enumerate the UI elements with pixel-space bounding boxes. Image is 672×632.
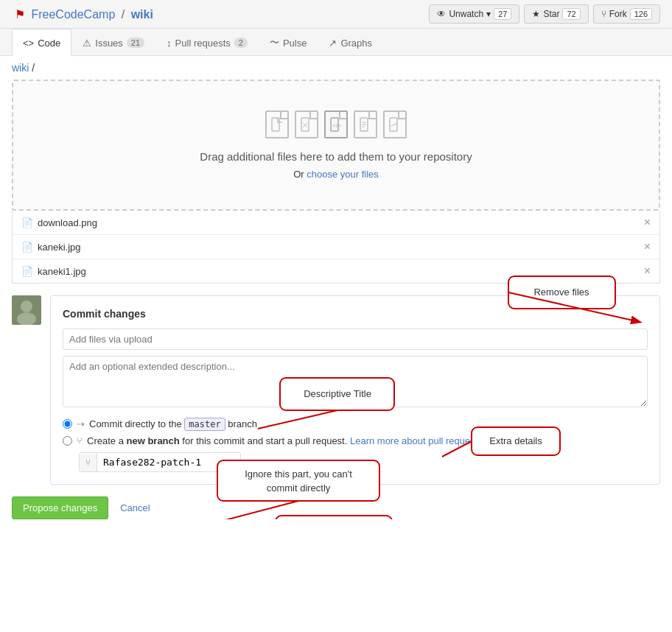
upload-choose-wrapper: Or choose your files [28, 169, 644, 180]
commit-form-title: Commit changes [63, 308, 648, 320]
repo-title: ⚑ FreeCodeCamp / wiki [12, 7, 153, 21]
remove-file-2[interactable]: × [644, 241, 651, 253]
action-buttons: Propose changes Cancel [12, 496, 660, 519]
svg-text:</>: </> [332, 122, 341, 129]
file-list: 📄 download.png × 📄 kaneki.jpg × 📄 kaneki… [12, 211, 660, 284]
page-wrapper: ⚑ FreeCodeCamp / wiki 👁 Unwatch ▾ 27 ★ S… [0, 0, 672, 519]
radio-direct-option: ⇢ Commit directly to the master branch [63, 418, 648, 429]
learn-more-link[interactable]: Learn more about pull requests. [350, 435, 486, 446]
new-branch-bold: new branch [126, 435, 179, 446]
issues-count: 21 [127, 38, 144, 48]
pr-icon: ↕ [167, 38, 172, 49]
file-name-2: 📄 kaneki.jpg [21, 242, 81, 253]
unwatch-count: 27 [494, 8, 511, 20]
file-icon-4 [354, 110, 377, 138]
file-item-1: 📄 download.png × [13, 211, 659, 235]
tab-pulse[interactable]: 〜 Pulse [259, 29, 318, 56]
cancel-button[interactable]: Cancel [114, 497, 155, 519]
fork-button[interactable]: ⑂ Fork 126 [593, 4, 660, 24]
nav-tabs: <> Code ⚠ Issues 21 ↕ Pull requests 2 〜 … [0, 29, 672, 56]
file-name-1: 📄 download.png [21, 217, 97, 228]
org-link[interactable]: FreeCodeCamp [31, 8, 115, 21]
tab-code[interactable]: <> Code [12, 29, 71, 56]
radio-new-branch-option: ⑂ Create a new branch for this commit an… [63, 435, 648, 446]
tab-issues[interactable]: ⚠ Issues 21 [71, 29, 155, 56]
tab-pull-requests[interactable]: ↕ Pull requests 2 [155, 29, 259, 56]
file-icon-2 [295, 110, 318, 138]
eye-icon: 👁 [437, 9, 446, 19]
commit-description-textarea[interactable] [63, 356, 648, 407]
pr-branch-icon: ⑂ [77, 435, 83, 446]
svg-point-12 [21, 301, 32, 312]
radio-new-label: Create a new branch for this commit and … [87, 435, 486, 446]
org-icon: ⚑ [15, 8, 25, 21]
branch-name-wrapper: ⑂ [79, 452, 241, 472]
radio-new-branch[interactable] [63, 436, 72, 446]
propose-changes-button[interactable]: Propose changes [12, 496, 108, 519]
fork-icon: ⑂ [601, 9, 606, 19]
file-icon-3: </> [324, 110, 348, 138]
unwatch-button[interactable]: 👁 Unwatch ▾ 27 [429, 4, 519, 24]
separator: / [122, 8, 128, 21]
issues-icon: ⚠ [83, 38, 91, 49]
tab-graphs[interactable]: ↗ Graphs [318, 29, 383, 56]
branch-input-icon: ⑂ [80, 454, 97, 471]
file-icon-kaneki1: 📄 [21, 266, 33, 277]
remove-file-1[interactable]: × [644, 217, 651, 228]
code-icon: <> [23, 38, 34, 49]
file-icon-5 [383, 110, 407, 138]
user-avatar [12, 295, 41, 325]
remove-file-3[interactable]: × [644, 265, 651, 277]
upload-area[interactable]: </> Drag additional files here to add th… [12, 80, 660, 211]
file-icon-download: 📄 [21, 217, 33, 228]
commit-direct-icon: ⇢ [77, 418, 85, 429]
radio-direct[interactable] [63, 419, 72, 429]
upload-icons: </> [28, 110, 644, 138]
commit-form: Commit changes ⇢ Commit directly to the … [50, 295, 660, 485]
top-actions: 👁 Unwatch ▾ 27 ★ Star 72 ⑂ Fork 126 [429, 4, 660, 24]
branch-name-input[interactable] [97, 453, 234, 471]
choose-files-link[interactable]: choose your files [307, 169, 379, 180]
file-name-3: 📄 kaneki1.jpg [21, 266, 86, 277]
svg-rect-1 [301, 118, 309, 131]
file-item-2: 📄 kaneki.jpg × [13, 235, 659, 259]
breadcrumb-repo[interactable]: wiki [12, 62, 29, 74]
commit-title-input[interactable] [63, 329, 648, 350]
top-bar: ⚑ FreeCodeCamp / wiki 👁 Unwatch ▾ 27 ★ S… [0, 0, 672, 29]
file-icon-1 [265, 110, 289, 138]
radio-direct-label: Commit directly to the master branch [89, 418, 257, 429]
breadcrumb-sep: / [32, 62, 35, 74]
star-button[interactable]: ★ Star 72 [524, 4, 588, 24]
file-icon-kaneki: 📄 [21, 242, 33, 253]
upload-drag-text: Drag additional files here to add them t… [28, 150, 644, 163]
star-icon: ★ [532, 9, 540, 19]
fork-count: 126 [630, 8, 652, 20]
upload-or-text: Or [293, 169, 307, 180]
unwatch-dropdown-icon: ▾ [486, 9, 491, 19]
pr-count: 2 [234, 38, 248, 48]
breadcrumb: wiki / [0, 56, 672, 80]
repo-link[interactable]: wiki [131, 8, 153, 21]
svg-rect-10 [390, 118, 397, 131]
file-item-3: 📄 kaneki1.jpg × [13, 259, 659, 283]
branch-badge: master [184, 418, 225, 431]
commit-section: Commit changes ⇢ Commit directly to the … [12, 295, 660, 485]
star-count: 72 [562, 8, 580, 20]
pulse-icon: 〜 [270, 36, 279, 49]
graphs-icon: ↗ [329, 38, 337, 49]
